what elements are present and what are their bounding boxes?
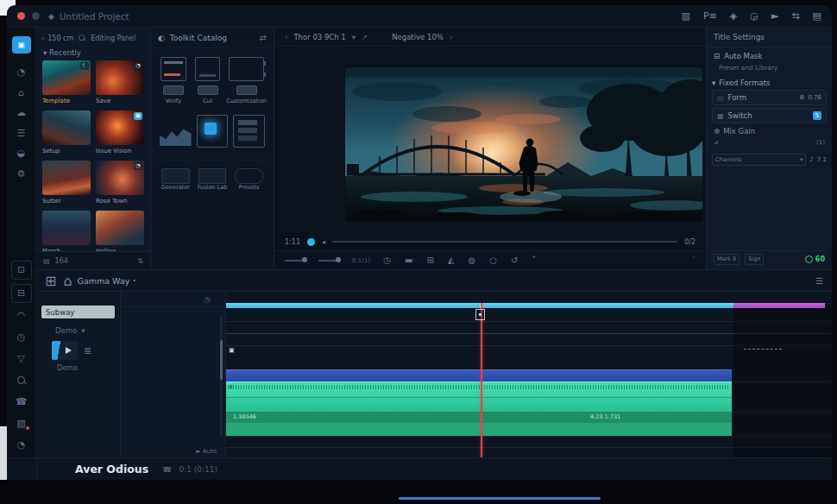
profile-chart-icon[interactable]: ◔ [12,64,31,81]
gauge-icon[interactable]: ◒ [12,145,31,162]
quality-toggle[interactable]: 60 [805,255,825,263]
switch-badge[interactable]: 5 [813,111,821,120]
pointer-icon[interactable]: ► [771,10,778,22]
close-window-button[interactable] [17,12,25,20]
home-icon[interactable]: ⌂ [63,273,72,289]
expand-icon[interactable]: ↗ [362,33,368,41]
diamond-nav-icon[interactable]: ◈ [730,10,737,22]
effect-mini-control[interactable] [198,85,218,95]
layers-icon[interactable]: ⊞ [426,255,433,265]
panel-toggle-icon[interactable]: ⊞ [45,273,56,289]
phone-icon[interactable]: ☎ [12,394,31,411]
effect-tile[interactable]: Verify [158,57,189,104]
playhead-cursor[interactable] [475,309,485,320]
clock-icon[interactable]: ◷ [383,255,391,265]
phone-icon[interactable]: ☎ [162,465,172,474]
mark-button[interactable]: Mark 8 [714,254,739,265]
media-preview-icon[interactable] [52,341,78,360]
dial-icon[interactable]: ◔ [12,437,31,454]
history-icon[interactable]: ◶ [750,10,758,22]
search-icon[interactable] [78,34,86,42]
list-icon[interactable]: ≣ [84,345,91,356]
media-clip[interactable]: ◔Save [96,60,144,104]
zoom-slider[interactable] [318,260,339,261]
media-clip[interactable]: Hollow [96,211,144,251]
gear-icon[interactable]: ⚙ [799,94,804,101]
volume-slider[interactable] [285,260,305,261]
track-list-scrollbar[interactable] [220,316,223,437]
export-panel-icon[interactable]: ⊟ [11,284,32,303]
media-search-label[interactable]: Editing Panel [91,35,135,42]
sort-icon[interactable]: ⇅ [137,257,143,265]
collapse-icon[interactable]: ˄ [692,256,695,264]
prev-clip-icon[interactable]: ‹ [285,33,287,41]
demo-dropdown[interactable]: Demo ▾ [41,326,115,335]
settings-icon[interactable]: ⚙ [12,165,31,182]
media-section-header[interactable]: ▾ Recently [36,46,150,59]
effect-mini-control[interactable] [163,85,184,95]
shuffle-icon[interactable]: ⇆ [791,10,799,22]
effect-tile[interactable]: Customization [226,57,267,104]
playhead[interactable] [481,303,482,457]
media-clip[interactable]: Marsh [42,211,91,251]
audio-clip-main[interactable] [226,381,732,413]
grid-view-icon[interactable]: ▤ [43,257,50,265]
audio-clip-secondary[interactable]: 1.34546 4:23 1.731 [226,412,732,436]
undo-icon[interactable]: ↺ [511,255,518,265]
viewer-mode-label[interactable]: Negative 10% [392,33,444,41]
curve-tool-icon[interactable]: ◠ [12,307,31,324]
layer-stack-tile[interactable] [233,115,265,148]
switch-row[interactable]: ▦ Switch 5 [712,108,827,123]
chevron-down-icon[interactable]: ▾ [352,33,356,41]
panel-left-icon[interactable]: ⊡ [11,261,32,280]
channels-select[interactable]: Channels ▾ [712,154,806,166]
list-icon[interactable]: ☰ [12,124,31,142]
sequence-caret[interactable]: · [132,273,136,289]
filter-icon[interactable]: ▽ [12,350,31,368]
project-list-icon[interactable]: P≡ [703,10,717,22]
chart-icon[interactable]: ◭ [448,255,455,265]
media-clip[interactable]: ☾Template [42,60,91,104]
media-clip[interactable]: ◔Rose Town [96,161,144,205]
media-clip[interactable]: Setup [42,110,91,154]
home-icon[interactable]: ⌂ [12,84,31,101]
hamburger-menu-icon[interactable]: ☰ [815,276,823,286]
media-library-icon[interactable]: ▣ [12,36,31,54]
media-clip[interactable]: Sutter [42,161,91,205]
clock-icon[interactable]: ◷ [12,329,31,346]
layout-panel-icon[interactable]: ▤ [813,10,821,22]
effect-tile[interactable]: Cut [192,57,223,104]
cloud-icon[interactable]: ☁ [12,104,31,122]
scrub-track[interactable] [332,241,677,243]
mask-group-row[interactable]: ⊟ Auto Mask [712,51,827,61]
workspace-grid-icon[interactable]: ▥ [682,10,690,22]
sequence-name[interactable]: Gamma Way [78,276,130,286]
viewer-clip-name[interactable]: Thor 03 9Ch 1 [293,33,345,41]
swap-icon[interactable]: ⇄ [260,33,267,42]
screen-icon[interactable]: ▬ [405,255,412,265]
effect-preset-tile[interactable]: Generator [160,168,192,191]
more-icon[interactable]: ˅ [532,255,536,265]
sign-button[interactable]: Sign [745,254,764,265]
effect-preset-tile[interactable]: Fusion Lab [197,168,229,191]
image-clip-icon[interactable]: ▧ [12,415,31,432]
scrub-start-icon[interactable]: ◂ [322,238,325,246]
scrub-knob[interactable] [307,238,315,246]
form-row[interactable]: ▭ Form ⚙ 0.76 [712,90,827,105]
back-icon[interactable]: ‹ [41,35,44,42]
video-clip-label-bar[interactable] [226,369,732,381]
clock-icon[interactable]: ◷ [205,295,211,304]
media-clip[interactable]: ▣Issue Vision [96,110,144,154]
minimize-window-button[interactable] [32,12,40,20]
next-clip-icon[interactable]: › [450,33,452,41]
search-icon[interactable] [12,372,31,389]
glow-effect-tile[interactable] [197,115,229,148]
effect-preset-tile[interactable]: Presets [233,168,265,191]
formats-section-header[interactable]: ▾ Fixed Formats [712,77,827,87]
track-list-footer[interactable]: ► Auto [121,445,225,457]
area-chart-tile[interactable] [160,115,192,146]
search-input[interactable] [41,306,115,318]
comment-icon[interactable]: ◍ [468,255,475,265]
record-icon[interactable]: ○ [489,255,497,265]
timeline-track-area[interactable]: ▣ ≣ 1.34546 4:23 1.731 [226,292,832,457]
